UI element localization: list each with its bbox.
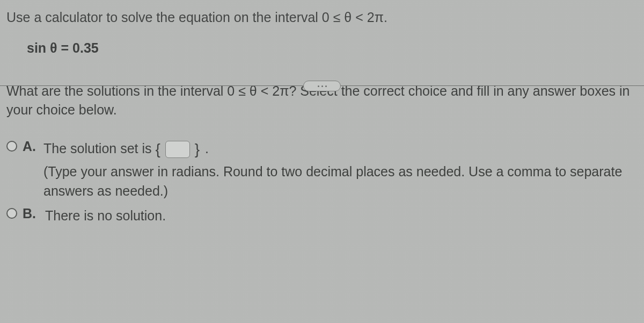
choice-a-text: The solution set is: [43, 141, 152, 156]
choice-b-letter: B.: [23, 206, 38, 221]
choice-a-hint: (Type your answer in radians. Round to t…: [43, 162, 638, 201]
answer-input[interactable]: [165, 141, 190, 158]
expand-pill[interactable]: [303, 81, 341, 91]
choice-a-row: A. The solution set is { } . (Type your …: [6, 139, 638, 200]
choice-a-letter: A.: [23, 139, 36, 154]
choice-b-row: B. There is no solution.: [6, 206, 638, 225]
instruction-text: Use a calculator to solve the equation o…: [6, 10, 638, 25]
equation-text: sin θ = 0.35: [27, 40, 638, 56]
radio-choice-a[interactable]: [6, 141, 17, 152]
brace-open: {: [155, 141, 160, 157]
period-mark: .: [205, 141, 209, 156]
radio-choice-b[interactable]: [6, 208, 17, 219]
choice-b-text: There is no solution.: [45, 208, 166, 223]
brace-close: }: [195, 141, 200, 157]
